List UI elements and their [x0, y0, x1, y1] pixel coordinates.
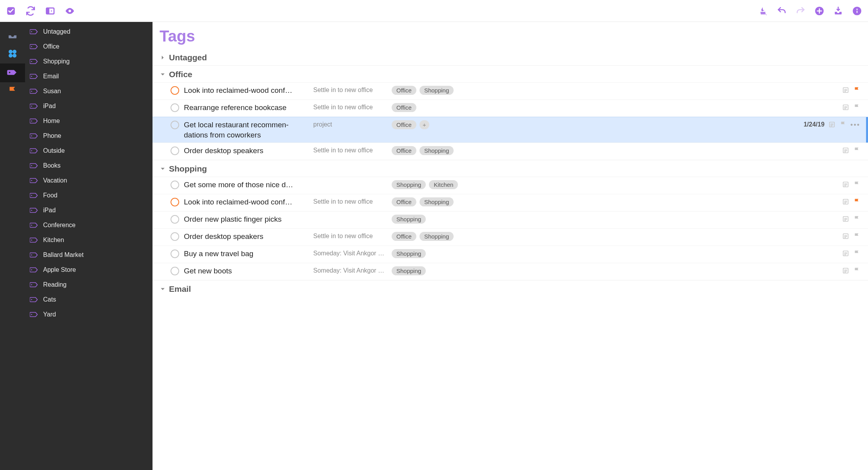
task-row[interactable]: Look into reclaimed-wood conf… Settle in…	[153, 82, 868, 99]
task-row[interactable]: Get some more of those nice d… ShoppingK…	[153, 177, 868, 194]
sidebar-item[interactable]: Cats	[25, 292, 153, 307]
info-icon[interactable]	[852, 5, 863, 16]
flag-icon[interactable]	[853, 233, 860, 241]
sidebar-item[interactable]: Apple Store	[25, 262, 153, 277]
task-status-circle[interactable]	[171, 86, 179, 95]
sidebar-item[interactable]: Vacation	[25, 173, 153, 188]
flag-icon[interactable]	[853, 147, 860, 155]
note-icon[interactable]	[842, 233, 849, 241]
task-row[interactable]: Order desktop speakers Settle in to new …	[153, 228, 868, 246]
tag-chip[interactable]: Shopping	[419, 146, 454, 155]
tags-perspective[interactable]	[0, 63, 25, 82]
note-icon[interactable]	[842, 215, 849, 224]
sidebar-item[interactable]: Kitchen	[25, 233, 153, 248]
sidebar-item[interactable]: Yard	[25, 307, 153, 322]
tag-chip[interactable]: Shopping	[392, 215, 426, 224]
note-icon[interactable]	[842, 250, 849, 258]
task-row[interactable]: Look into reclaimed-wood conf… Settle in…	[153, 194, 868, 211]
sidebar-item[interactable]: iPad	[25, 203, 153, 218]
sidebar-item[interactable]: Outside	[25, 143, 153, 158]
task-row[interactable]: Get new boots Someday: Visit Ankgor … Sh…	[153, 263, 868, 280]
sidebar-toggle-icon[interactable]	[45, 5, 56, 16]
note-icon[interactable]	[842, 104, 849, 112]
task-row[interactable]: Buy a new travel bag Someday: Visit Ankg…	[153, 246, 868, 263]
task-status-circle[interactable]	[171, 181, 179, 189]
task-status-circle[interactable]	[171, 267, 179, 275]
flag-icon[interactable]	[853, 267, 860, 275]
task-row[interactable]: Get local restaurant recommen­dations fr…	[153, 117, 868, 143]
section-header[interactable]: Email	[153, 280, 868, 297]
sidebar-item[interactable]: Books	[25, 158, 153, 173]
tag-chip[interactable]: Office	[392, 103, 416, 112]
flag-icon[interactable]	[853, 104, 860, 112]
projects-perspective[interactable]	[0, 45, 25, 63]
task-status-circle[interactable]	[171, 215, 179, 224]
task-status-circle[interactable]	[171, 198, 179, 206]
tag-icon	[30, 192, 38, 199]
sidebar-item[interactable]: Home	[25, 114, 153, 128]
task-status-circle[interactable]	[171, 232, 179, 241]
tag-chip[interactable]: Office	[392, 146, 416, 155]
note-icon[interactable]	[842, 198, 849, 206]
task-row[interactable]: Order new plastic finger picks Shopping	[153, 211, 868, 228]
check-icon[interactable]	[5, 5, 16, 16]
section-header[interactable]: Office	[153, 65, 868, 82]
add-icon[interactable]	[814, 5, 825, 16]
eye-icon[interactable]	[64, 5, 75, 16]
tag-chip[interactable]: Shopping	[392, 249, 426, 258]
tag-chip[interactable]: Shopping	[392, 180, 426, 189]
task-status-circle[interactable]	[171, 249, 179, 258]
task-row[interactable]: Rearrange reference bookcase Settle in t…	[153, 99, 868, 117]
sidebar-item[interactable]: Conference	[25, 218, 153, 233]
section-header[interactable]: Shopping	[153, 160, 868, 177]
note-icon[interactable]	[842, 267, 849, 275]
sidebar-item[interactable]: Reading	[25, 277, 153, 292]
flag-icon[interactable]	[853, 250, 860, 258]
flag-icon[interactable]	[839, 121, 846, 129]
tag-chip[interactable]: Office	[392, 86, 416, 95]
task-project: Someday: Visit Ankgor …	[313, 266, 392, 274]
note-icon[interactable]	[842, 181, 849, 189]
svg-point-19	[31, 91, 32, 92]
note-icon[interactable]	[842, 87, 849, 95]
inbox-add-icon[interactable]	[833, 5, 844, 16]
tag-icon	[30, 103, 38, 109]
sidebar-item[interactable]: iPad	[25, 99, 153, 114]
sidebar-item[interactable]: Phone	[25, 128, 153, 143]
sidebar-item[interactable]: Food	[25, 188, 153, 203]
tag-chip[interactable]: Office	[392, 120, 416, 129]
tag-chip[interactable]: Shopping	[419, 197, 454, 206]
sidebar-item[interactable]: Untagged	[25, 24, 153, 39]
tag-chip[interactable]: Shopping	[419, 86, 454, 95]
sidebar-item[interactable]: Susan	[25, 84, 153, 99]
more-icon[interactable]: •••	[850, 121, 860, 129]
inbox-perspective[interactable]	[0, 26, 25, 45]
section-header[interactable]: Untagged	[153, 49, 868, 65]
tag-chip[interactable]: Kitchen	[429, 180, 458, 189]
flag-icon[interactable]	[853, 198, 860, 206]
sidebar-item[interactable]: Email	[25, 69, 153, 84]
sync-icon[interactable]	[25, 5, 36, 16]
note-icon[interactable]	[828, 121, 835, 129]
tag-chip[interactable]: Shopping	[419, 232, 454, 241]
flagged-perspective[interactable]	[0, 82, 25, 101]
flag-icon[interactable]	[853, 181, 860, 189]
redo-icon[interactable]	[795, 5, 806, 16]
task-status-circle[interactable]	[171, 103, 179, 112]
sidebar-item[interactable]: Ballard Market	[25, 248, 153, 262]
note-icon[interactable]	[842, 147, 849, 155]
tag-chip[interactable]: Shopping	[392, 266, 426, 275]
sidebar-item[interactable]: Shopping	[25, 54, 153, 69]
flag-icon[interactable]	[853, 87, 860, 95]
sidebar-item[interactable]: Office	[25, 39, 153, 54]
task-status-circle[interactable]	[171, 121, 179, 129]
flag-icon[interactable]	[853, 215, 860, 224]
tag-icon	[30, 58, 38, 65]
cleanup-icon[interactable]	[757, 5, 768, 16]
task-row[interactable]: Order desktop speakers Settle in to new …	[153, 143, 868, 160]
task-status-circle[interactable]	[171, 146, 179, 155]
tag-chip[interactable]: Office	[392, 232, 416, 241]
tag-chip[interactable]: Office	[392, 197, 416, 206]
add-tag-chip[interactable]: +	[419, 120, 429, 129]
undo-icon[interactable]	[776, 5, 787, 16]
